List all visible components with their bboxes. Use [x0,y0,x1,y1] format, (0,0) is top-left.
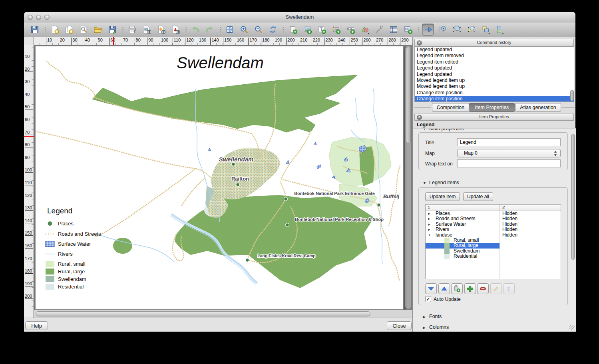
legend-items-tree[interactable]: 1 2 ▶PlacesHidden▶Roads and StreetsHidde… [425,204,561,279]
resize-grip[interactable] [569,325,575,330]
legend-items-section-header[interactable]: Legend items [429,180,459,185]
legend-title-input[interactable]: Legend [457,138,561,146]
command-history-item[interactable]: Change item position [415,90,574,96]
undo-button[interactable] [189,24,201,36]
zoom-out-button[interactable] [253,24,265,36]
move-item-up-button[interactable] [438,283,450,294]
update-item-button[interactable]: Update item [425,192,460,201]
redo-button[interactable] [204,24,216,36]
command-history-item[interactable]: Legend item removed [415,53,574,59]
add-arrow-button[interactable] [373,24,385,36]
triangle-down-icon[interactable]: ▼ [428,233,431,238]
command-history-item[interactable]: Legend item edited [415,59,574,65]
save-as-template-button[interactable] [106,24,118,36]
add-item-button[interactable] [464,283,476,294]
legend-tree-row[interactable]: ▼landuseHidden [426,233,561,238]
select-items-button[interactable] [451,24,463,36]
move-item-down-button[interactable] [425,283,437,294]
add-group-button[interactable] [451,283,463,294]
export-as-image-button[interactable] [141,24,153,36]
add-new-legend-button[interactable] [330,24,342,36]
command-history-item[interactable]: Moved legend item up [415,84,574,90]
triangle-right-icon[interactable]: ▶ [428,216,430,221]
triangle-right-icon[interactable]: ▶ [428,227,430,232]
legend-tree-row[interactable]: Rural, small [426,238,561,243]
ruler-tick-label: 150 [25,231,33,236]
close-icon[interactable]: × [417,40,422,46]
refresh-view-button[interactable] [267,24,279,36]
place-marker-dot [286,223,289,227]
command-history-scrollbar[interactable] [570,90,574,101]
wrap-text-input[interactable] [457,159,561,167]
item-properties-scroll-area: ▼ Main properties Title Legend Map Map 0… [413,128,576,332]
map-select-dropdown[interactable]: Map 0 [457,149,561,157]
column-2-header[interactable]: 2 [502,205,505,210]
tab-item-properties[interactable]: Item Properties [469,103,515,112]
export-as-pdf-button[interactable] [169,24,181,36]
item-properties-scrollbar[interactable] [571,134,575,260]
close-icon[interactable]: × [417,115,422,120]
command-history-list[interactable]: Legend updatedLegend item removedLegend … [414,46,574,102]
legend-tree-row[interactable]: Residential [426,254,561,259]
tab-composition[interactable]: Composition [432,103,469,112]
ruler-tick-label: 110 [173,38,181,45]
legend-tree-row[interactable]: ▶Surface WaterHidden [426,222,561,227]
tab-atlas-generation[interactable]: Atlas generation [515,103,561,112]
move-item-content-button[interactable] [436,24,448,36]
add-new-map-button[interactable] [287,24,299,36]
deselect-items-button[interactable] [465,24,477,36]
command-history-item[interactable]: Moved legend item up [415,78,574,84]
canvas-vertical-scrollbar[interactable] [405,46,411,309]
triangle-down-icon: ▼ [423,129,426,131]
add-basic-shape-button[interactable] [359,24,371,36]
help-button[interactable]: Help [25,321,48,330]
legend-tree-row[interactable]: ▶PlacesHidden [426,211,561,216]
duplicate-composition-button[interactable] [63,24,75,36]
legend-tree-row[interactable]: ▶RiversHidden [426,227,561,232]
add-html-frame-button[interactable] [402,24,414,36]
legend-tree-row[interactable]: Rural, large [426,243,561,248]
group-items-button[interactable] [480,24,492,36]
columns-section-header[interactable]: Columns [429,324,449,330]
zoom-in-button[interactable] [238,24,250,36]
add-new-scalebar-button[interactable] [344,24,356,36]
add-image-button[interactable] [301,24,313,36]
select-move-item-button[interactable] [422,24,434,36]
command-history-item[interactable]: Legend updated [415,72,574,78]
new-composition-button[interactable] [49,24,61,36]
auto-update-checkbox[interactable]: ✓ [425,296,431,302]
title-bar[interactable]: Swellendam [24,12,575,22]
zoom-full-button[interactable] [224,24,236,36]
close-button[interactable]: Close [387,321,412,330]
vscroll-thumb[interactable] [406,47,411,143]
load-from-template-button[interactable] [92,24,104,36]
print-button[interactable] [126,24,138,36]
column-1-header[interactable]: 1 [428,205,430,210]
fonts-section-header[interactable]: Fonts [429,314,442,319]
update-all-button[interactable]: Update all [463,192,493,201]
save-project-button[interactable] [29,24,41,36]
export-as-svg-button[interactable] [155,24,167,36]
close-window-button[interactable] [28,15,33,20]
add-new-label-button[interactable] [316,24,328,36]
ruler-tick-label: 160 [25,243,33,249]
legend-entry-label: Rivers [58,251,73,257]
raise-selected-items-button[interactable] [494,24,506,36]
zoom-window-button[interactable] [44,15,50,20]
composition-canvas[interactable]: Swellendam LegendPlacesRoads and Streets… [34,45,412,318]
hscroll-thumb[interactable] [36,311,370,316]
triangle-right-icon[interactable]: ▶ [428,222,430,227]
legend-tree-row[interactable]: Swellendam [426,249,561,254]
add-attribute-table-button[interactable] [388,24,400,36]
command-history-item[interactable]: Legend updated [415,47,574,53]
remove-item-button[interactable] [477,283,489,294]
triangle-right-icon[interactable]: ▶ [428,211,430,216]
legend-tree-row[interactable]: ▶Roads and StreetsHidden [426,216,561,221]
canvas-horizontal-scrollbar[interactable] [34,310,412,318]
auto-update-label: Auto Update [434,296,461,302]
minimize-window-button[interactable] [36,15,41,20]
command-history-item[interactable]: Legend updated [415,65,574,71]
composition-manager-button[interactable] [78,24,90,36]
main-properties-section-header[interactable]: ▼ Main properties [413,129,533,132]
command-history-item[interactable]: Change item position [415,96,574,102]
